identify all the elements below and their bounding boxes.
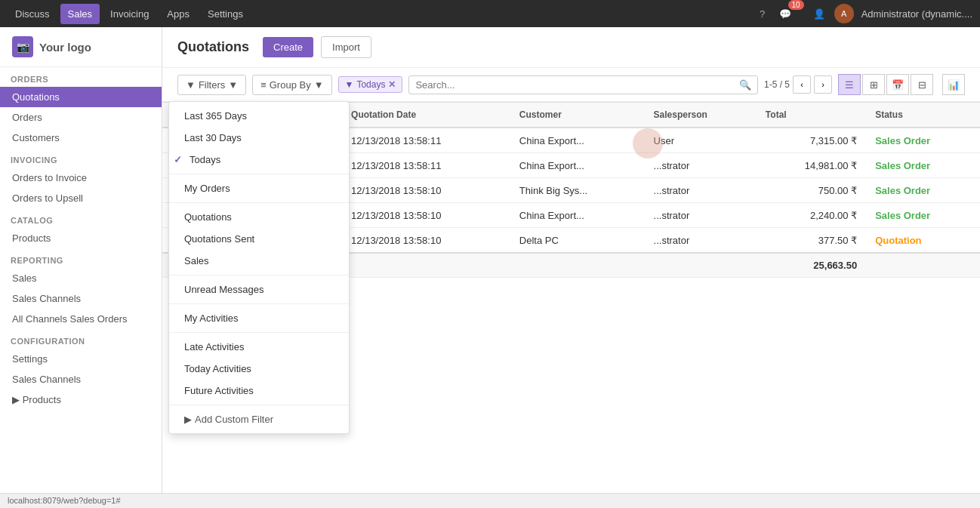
sidebar: 📷 Your logo Orders Quotations Orders Cus… bbox=[0, 27, 162, 508]
help-icon[interactable]: ? bbox=[755, 6, 770, 21]
status-bar: localhost:8079/web?debug=1# bbox=[0, 493, 980, 508]
filter-quotations[interactable]: Quotations bbox=[169, 206, 349, 228]
section-label-reporting: Reporting bbox=[0, 248, 162, 268]
list-view-button[interactable]: ☰ bbox=[838, 74, 861, 95]
row-customer: Think Big Sys... bbox=[510, 178, 645, 203]
filter-icon: ▼ bbox=[186, 79, 196, 91]
group-by-icon: ≡ bbox=[260, 79, 267, 91]
filter-quotations-sent-label: Quotations Sent bbox=[184, 233, 254, 245]
sidebar-item-quotations[interactable]: Quotations bbox=[0, 87, 162, 107]
section-label-orders: Orders bbox=[0, 67, 162, 87]
calendar-view-button[interactable]: 📅 bbox=[886, 74, 909, 95]
nav-invoicing[interactable]: Invoicing bbox=[103, 4, 156, 24]
row-date: 12/13/2018 13:58:11 bbox=[342, 128, 510, 153]
sidebar-item-sales-report[interactable]: Sales bbox=[0, 268, 162, 288]
toolbar-row: ▼ Filters ▼ ≡ Group By ▼ ▼ Todays ✕ 🔍 bbox=[162, 68, 980, 102]
pivot-view-button[interactable]: ⊟ bbox=[911, 74, 933, 95]
sidebar-item-orders-to-invoice[interactable]: Orders to Invoice bbox=[0, 168, 162, 188]
filter-last-365-label: Last 365 Days bbox=[184, 110, 247, 122]
nav-sales[interactable]: Sales bbox=[60, 4, 100, 24]
sidebar-item-config-products-triangle: ▶ bbox=[12, 394, 23, 405]
avatar[interactable]: A bbox=[834, 4, 854, 23]
pagination-next[interactable]: › bbox=[814, 75, 832, 94]
search-input[interactable] bbox=[409, 76, 733, 94]
import-button[interactable]: Import bbox=[321, 36, 371, 58]
top-navigation: Discuss Sales Invoicing Apps Settings ? … bbox=[0, 0, 980, 27]
sidebar-item-config-settings[interactable]: Settings bbox=[0, 349, 162, 369]
section-label-invoicing: Invoicing bbox=[0, 148, 162, 168]
filter-sales[interactable]: Sales bbox=[169, 250, 349, 272]
col-status[interactable]: Status bbox=[866, 103, 980, 128]
filter-unread-messages[interactable]: Unread Messages bbox=[169, 279, 349, 300]
logo-icon: 📷 bbox=[12, 36, 33, 57]
user-icon[interactable]: 👤 bbox=[812, 6, 827, 21]
filter-last-30-label: Last 30 Days bbox=[184, 132, 242, 143]
create-button[interactable]: Create bbox=[263, 37, 313, 57]
row-date: 12/13/2018 13:58:10 bbox=[342, 203, 510, 228]
sidebar-section-configuration: Configuration Settings Sales Channels ▶ … bbox=[0, 329, 162, 410]
filter-todays[interactable]: Todays bbox=[169, 149, 349, 171]
search-button[interactable]: 🔍 bbox=[733, 76, 757, 94]
username: Administrator (dynamic.... bbox=[861, 8, 972, 20]
filter-section-custom: ▶ Add Custom Filter bbox=[169, 405, 349, 433]
nav-discuss[interactable]: Discuss bbox=[8, 4, 57, 24]
filter-quotations-label: Quotations bbox=[184, 211, 232, 223]
group-by-button[interactable]: ≡ Group By ▼ bbox=[252, 75, 331, 95]
row-customer: Delta PC bbox=[510, 228, 645, 254]
row-salesperson: ...strator bbox=[645, 153, 757, 178]
sidebar-item-config-sales-channels[interactable]: Sales Channels bbox=[0, 369, 162, 389]
row-status: Sales Order bbox=[866, 128, 980, 153]
row-date: 12/13/2018 13:58:10 bbox=[342, 178, 510, 203]
search-container: 🔍 bbox=[408, 75, 758, 94]
filter-section-activity-timing: Late Activities Today Activities Future … bbox=[169, 333, 349, 405]
col-salesperson[interactable]: Salesperson bbox=[645, 103, 757, 128]
row-date: 12/13/2018 13:58:10 bbox=[342, 228, 510, 254]
status-url: localhost:8079/web?debug=1# bbox=[8, 496, 121, 505]
filters-label: Filters bbox=[199, 79, 225, 91]
filter-last-365[interactable]: Last 365 Days bbox=[169, 105, 349, 127]
sidebar-item-all-channels[interactable]: All Channels Sales Orders bbox=[0, 309, 162, 329]
active-filter-badge: ▼ Todays ✕ bbox=[338, 76, 403, 93]
logo-text: Your logo bbox=[39, 41, 91, 54]
col-date[interactable]: Quotation Date bbox=[342, 103, 510, 128]
nav-apps[interactable]: Apps bbox=[159, 4, 197, 24]
filter-my-orders[interactable]: My Orders bbox=[169, 177, 349, 199]
graph-view-button[interactable]: 📊 bbox=[942, 74, 965, 95]
row-total: 750.00 ₹ bbox=[757, 178, 866, 203]
sidebar-item-sales-channels[interactable]: Sales Channels bbox=[0, 288, 162, 309]
filter-late-activities[interactable]: Late Activities bbox=[169, 336, 349, 358]
row-status: Sales Order bbox=[866, 178, 980, 203]
filters-button[interactable]: ▼ Filters ▼ bbox=[177, 75, 246, 95]
pagination-prev[interactable]: ‹ bbox=[793, 75, 811, 94]
custom-filter-arrow: ▶ bbox=[184, 414, 192, 425]
sidebar-item-products-catalog[interactable]: Products bbox=[0, 228, 162, 248]
filter-remove-button[interactable]: ✕ bbox=[388, 79, 396, 90]
filter-future-activities[interactable]: Future Activities bbox=[169, 380, 349, 402]
kanban-view-button[interactable]: ⊞ bbox=[862, 74, 885, 95]
add-custom-filter-button[interactable]: ▶ Add Custom Filter bbox=[169, 408, 349, 430]
page-title: Quotations bbox=[177, 39, 249, 55]
top-nav-right: ? 💬 10 👤 A Administrator (dynamic.... bbox=[755, 4, 973, 23]
filter-my-orders-label: My Orders bbox=[184, 183, 230, 194]
nav-settings[interactable]: Settings bbox=[200, 4, 251, 24]
sidebar-item-orders-to-upsell[interactable]: Orders to Upsell bbox=[0, 188, 162, 208]
filter-quotations-sent[interactable]: Quotations Sent bbox=[169, 228, 349, 250]
pagination-text: 1-5 / 5 bbox=[764, 79, 790, 90]
sidebar-item-config-products[interactable]: ▶ Products bbox=[0, 389, 162, 410]
row-customer: China Export... bbox=[510, 203, 645, 228]
sidebar-item-orders[interactable]: Orders bbox=[0, 107, 162, 128]
total-amount: 25,663.50 bbox=[757, 253, 866, 278]
row-total: 377.50 ₹ bbox=[757, 228, 866, 254]
filter-section-my-activities: My Activities bbox=[169, 304, 349, 333]
sidebar-item-customers[interactable]: Customers bbox=[0, 128, 162, 148]
filter-last-30[interactable]: Last 30 Days bbox=[169, 127, 349, 149]
col-total[interactable]: Total bbox=[757, 103, 866, 128]
filter-section-date: Last 365 Days Last 30 Days Todays bbox=[169, 102, 349, 174]
row-salesperson: ...strator bbox=[645, 203, 757, 228]
col-customer[interactable]: Customer bbox=[510, 103, 645, 128]
filter-my-activities[interactable]: My Activities bbox=[169, 307, 349, 329]
sidebar-section-invoicing: Invoicing Orders to Invoice Orders to Up… bbox=[0, 148, 162, 208]
filter-section-my-orders: My Orders bbox=[169, 174, 349, 203]
row-total: 2,240.00 ₹ bbox=[757, 203, 866, 228]
filter-today-activities[interactable]: Today Activities bbox=[169, 358, 349, 380]
